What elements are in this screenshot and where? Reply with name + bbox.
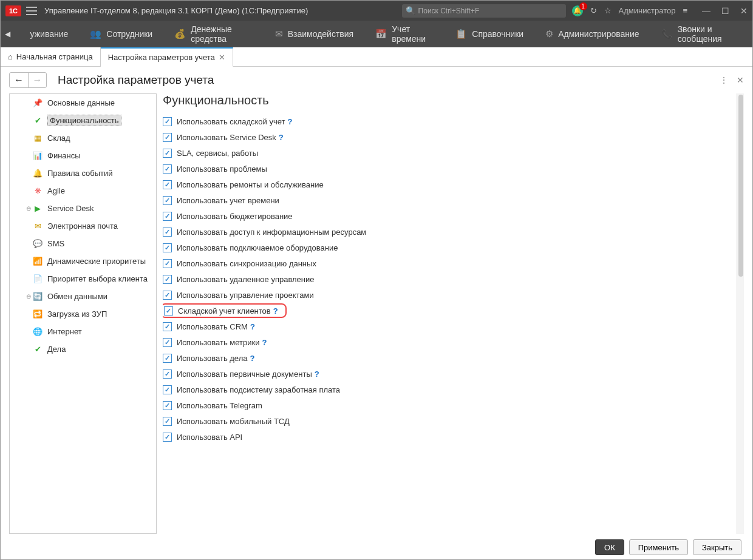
check-item-10: ✓Использовать удаленное управление bbox=[163, 271, 724, 287]
tree-item-4[interactable]: 🔔Правила событий bbox=[10, 164, 156, 182]
tree-item-2[interactable]: ▦Склад bbox=[10, 129, 156, 147]
check-label[interactable]: Использовать Service Desk bbox=[177, 133, 276, 142]
check-label[interactable]: Использовать мобильный ТСД bbox=[177, 417, 290, 426]
help-link-icon[interactable]: ? bbox=[250, 354, 254, 363]
tab-home[interactable]: ⌂ Начальная страница bbox=[1, 47, 101, 66]
scrollbar[interactable] bbox=[737, 93, 744, 534]
check-label[interactable]: SLA, сервисы, работы bbox=[177, 149, 258, 158]
check-label[interactable]: Использовать бюджетирование bbox=[177, 212, 293, 221]
check-label[interactable]: Использовать учет времени bbox=[177, 196, 279, 205]
checkbox[interactable]: ✓ bbox=[163, 196, 172, 205]
favorites-icon[interactable]: ☆ bbox=[604, 6, 612, 15]
checkbox[interactable]: ✓ bbox=[163, 164, 172, 174]
check-label[interactable]: Использовать метрики bbox=[177, 338, 259, 347]
help-link-icon[interactable]: ? bbox=[287, 117, 292, 126]
checkbox[interactable]: ✓ bbox=[163, 133, 172, 142]
user-menu-icon[interactable]: ≡ bbox=[683, 6, 687, 15]
checkbox[interactable]: ✓ bbox=[163, 149, 172, 158]
tree-item-3[interactable]: 📊Финансы bbox=[10, 147, 156, 164]
nav-back-button[interactable]: ← bbox=[10, 73, 28, 87]
tree-item-10[interactable]: 📄Приоритет выбора клиента bbox=[10, 270, 156, 288]
menubar-item-6[interactable]: ⚙Администрирование bbox=[534, 21, 650, 47]
check-label[interactable]: Использовать складской учет bbox=[177, 117, 285, 126]
help-link-icon[interactable]: ? bbox=[262, 338, 267, 347]
checkbox[interactable]: ✓ bbox=[163, 401, 172, 410]
menubar-item-7[interactable]: 📞Звонки и сообщения bbox=[650, 21, 752, 47]
window-close-icon[interactable]: ✕ bbox=[740, 6, 748, 16]
check-label[interactable]: Использовать API bbox=[177, 433, 242, 442]
tree-item-11[interactable]: ⊖🔄Обмен данными bbox=[10, 288, 156, 305]
checkbox[interactable]: ✓ bbox=[163, 259, 172, 268]
nav-forward-button[interactable]: → bbox=[28, 73, 46, 87]
check-label[interactable]: Использовать управление проектами bbox=[177, 291, 314, 300]
checkbox[interactable]: ✓ bbox=[163, 180, 172, 189]
tree-item-6[interactable]: ⊖▶Service Desk bbox=[10, 200, 156, 217]
checkbox[interactable]: ✓ bbox=[163, 369, 172, 379]
check-label[interactable]: Использовать доступ к информационным рес… bbox=[177, 228, 366, 237]
tree-item-9[interactable]: 📶Динамические приоритеты bbox=[10, 252, 156, 270]
checkbox[interactable]: ✓ bbox=[163, 385, 172, 394]
checkbox[interactable]: ✓ bbox=[163, 212, 172, 221]
check-label[interactable]: Использовать Telegram bbox=[177, 401, 262, 410]
ok-button[interactable]: ОК bbox=[595, 539, 624, 555]
menubar-item-2[interactable]: 💰Денежные средства bbox=[163, 21, 264, 47]
checkbox[interactable]: ✓ bbox=[163, 433, 172, 442]
form-menu-icon[interactable]: ⋮ bbox=[720, 75, 728, 85]
menubar-item-4[interactable]: 📅Учет времени bbox=[364, 21, 445, 47]
checkbox[interactable]: ✓ bbox=[163, 275, 172, 284]
form-close-icon[interactable]: ✕ bbox=[737, 75, 744, 85]
window-maximize-icon[interactable]: ☐ bbox=[721, 6, 729, 16]
checkbox[interactable]: ✓ bbox=[163, 354, 172, 363]
checkbox[interactable]: ✓ bbox=[163, 228, 172, 237]
check-label[interactable]: Использовать подключаемое оборудование bbox=[177, 243, 338, 252]
checkbox[interactable]: ✓ bbox=[163, 417, 172, 426]
tree-expander-icon[interactable]: ⊖ bbox=[24, 293, 33, 300]
check-label[interactable]: Использовать ремонты и обслуживание bbox=[177, 180, 324, 189]
tree-item-12[interactable]: 🔁Загрузка из ЗУП bbox=[10, 305, 156, 323]
scrollbar-thumb[interactable] bbox=[738, 95, 743, 277]
menubar-item-3[interactable]: ✉Взаимодействия bbox=[264, 21, 365, 47]
tree-item-13[interactable]: 🌐Интернет bbox=[10, 323, 156, 340]
check-label[interactable]: Использовать подсистему заработная плата bbox=[177, 385, 340, 394]
tree-item-8[interactable]: 💬SMS bbox=[10, 235, 156, 252]
scroll-left-icon[interactable]: ◀ bbox=[1, 30, 15, 38]
check-label[interactable]: Использовать первичные документы bbox=[177, 369, 312, 379]
check-label[interactable]: Использовать дела bbox=[177, 354, 247, 363]
tree-item-14[interactable]: ✔Дела bbox=[10, 340, 156, 358]
check-label[interactable]: Складской учет клиентов bbox=[178, 306, 271, 315]
tree-expander-icon[interactable]: ⊖ bbox=[24, 205, 33, 212]
tree-item-7[interactable]: ✉Электронная почта bbox=[10, 217, 156, 235]
checkbox[interactable]: ✓ bbox=[163, 117, 172, 126]
close-button[interactable]: Закрыть bbox=[693, 539, 741, 555]
tree-item-0[interactable]: 📌Основные данные bbox=[10, 94, 156, 112]
tree-item-label: Agile bbox=[47, 186, 65, 195]
main-menu-icon[interactable] bbox=[26, 7, 37, 15]
checkbox[interactable]: ✓ bbox=[163, 338, 172, 347]
help-link-icon[interactable]: ? bbox=[279, 133, 284, 142]
user-label[interactable]: Администратор bbox=[619, 6, 676, 15]
help-link-icon[interactable]: ? bbox=[315, 369, 319, 379]
check-label[interactable]: Использовать синхронизацию данных bbox=[177, 259, 316, 268]
check-label[interactable]: Использовать удаленное управление bbox=[177, 275, 315, 284]
tree-item-5[interactable]: ❋Agile bbox=[10, 182, 156, 200]
checkbox[interactable]: ✓ bbox=[163, 243, 172, 252]
checkbox[interactable]: ✓ bbox=[163, 322, 172, 331]
menubar-item-0[interactable]: уживание bbox=[15, 21, 80, 47]
check-label[interactable]: Использовать CRM bbox=[177, 322, 248, 331]
tree-item-1[interactable]: ✔Функциональность bbox=[10, 112, 156, 129]
checkbox[interactable]: ✓ bbox=[164, 306, 173, 315]
notifications-button[interactable]: 🔔 1 bbox=[572, 5, 583, 16]
tab-close-icon[interactable]: ✕ bbox=[219, 53, 225, 62]
panel-title: Функциональность bbox=[163, 93, 724, 107]
history-icon[interactable]: ↻ bbox=[590, 6, 597, 15]
menubar-item-5[interactable]: 📋Справочники bbox=[445, 21, 534, 47]
help-link-icon[interactable]: ? bbox=[273, 306, 278, 315]
apply-button[interactable]: Применить bbox=[629, 539, 688, 555]
window-minimize-icon[interactable]: — bbox=[702, 6, 710, 16]
tab-settings[interactable]: Настройка параметров учета ✕ bbox=[101, 47, 233, 67]
menubar-item-1[interactable]: 👥Сотрудники bbox=[79, 21, 163, 47]
checkbox[interactable]: ✓ bbox=[163, 291, 172, 300]
help-link-icon[interactable]: ? bbox=[250, 322, 255, 331]
check-label[interactable]: Использовать проблемы bbox=[177, 164, 267, 174]
global-search-input[interactable]: 🔍 Поиск Ctrl+Shift+F bbox=[402, 4, 566, 18]
